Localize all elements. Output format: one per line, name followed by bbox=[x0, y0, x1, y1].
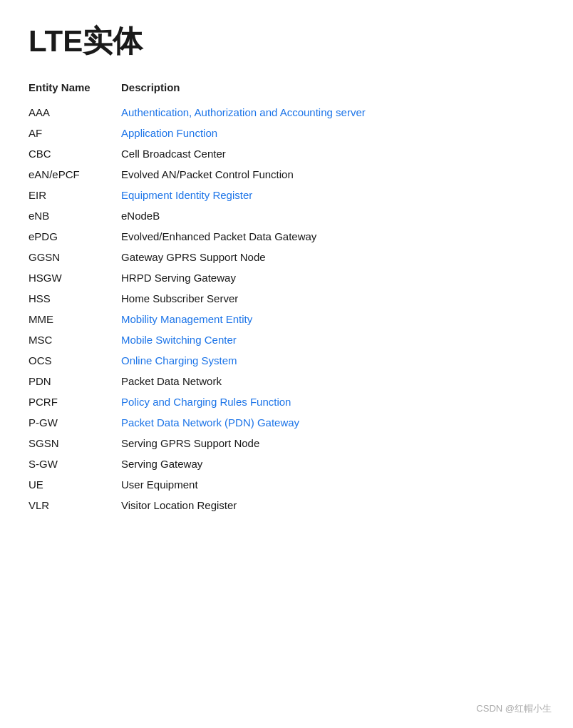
entity-name: AAA bbox=[29, 106, 121, 118]
entity-description: Authentication, Authorization and Accoun… bbox=[121, 106, 544, 118]
table-row: eAN/ePCFEvolved AN/Packet Control Functi… bbox=[29, 164, 544, 185]
entity-description: User Equipment bbox=[121, 478, 544, 491]
entity-description: Home Subscriber Server bbox=[121, 292, 544, 304]
entity-description: Mobile Switching Center bbox=[121, 334, 544, 346]
entity-description: Mobility Management Entity bbox=[121, 313, 544, 325]
entity-name: AF bbox=[29, 127, 121, 139]
table-row: OCSOnline Charging System bbox=[29, 350, 544, 371]
table-row: P-GWPacket Data Network (PDN) Gateway bbox=[29, 412, 544, 433]
table-row: ePDGEvolved/Enhanced Packet Data Gateway bbox=[29, 226, 544, 247]
table-header: Entity NameDescription bbox=[29, 76, 544, 99]
header-description: Description bbox=[121, 81, 544, 93]
table-row: VLRVisitor Location Register bbox=[29, 495, 544, 516]
entity-description: eNodeB bbox=[121, 210, 544, 222]
table-row: HSSHome Subscriber Server bbox=[29, 288, 544, 309]
entity-description: Application Function bbox=[121, 127, 544, 139]
entity-name: PCRF bbox=[29, 396, 121, 408]
table-row: S-GWServing Gateway bbox=[29, 453, 544, 474]
header-entity: Entity Name bbox=[29, 81, 121, 93]
entity-description: Serving Gateway bbox=[121, 458, 544, 470]
entity-name: HSS bbox=[29, 292, 121, 304]
entity-name: GGSN bbox=[29, 251, 121, 263]
entity-description: HRPD Serving Gateway bbox=[121, 272, 544, 284]
entity-description: Policy and Charging Rules Function bbox=[121, 396, 544, 408]
entity-name: P-GW bbox=[29, 416, 121, 429]
watermark: CSDN @红帽小生 bbox=[476, 702, 552, 715]
entity-description: Visitor Location Register bbox=[121, 499, 544, 511]
entity-description: Evolved AN/Packet Control Function bbox=[121, 168, 544, 180]
table-row: SGSNServing GPRS Support Node bbox=[29, 433, 544, 453]
entity-name: ePDG bbox=[29, 230, 121, 242]
entity-name: eNB bbox=[29, 210, 121, 222]
entity-name: MSC bbox=[29, 334, 121, 346]
entity-name: OCS bbox=[29, 354, 121, 366]
entity-name: HSGW bbox=[29, 272, 121, 284]
page-title: LTE实体 bbox=[29, 21, 544, 61]
entity-description: Equipment Identity Register bbox=[121, 189, 544, 201]
table-row: MMEMobility Management Entity bbox=[29, 309, 544, 329]
entity-name: EIR bbox=[29, 189, 121, 201]
entity-name: PDN bbox=[29, 375, 121, 387]
table-row: PCRFPolicy and Charging Rules Function bbox=[29, 391, 544, 412]
entity-description: Evolved/Enhanced Packet Data Gateway bbox=[121, 230, 544, 242]
entity-description: Gateway GPRS Support Node bbox=[121, 251, 544, 263]
entity-description: Cell Broadcast Center bbox=[121, 148, 544, 160]
table-row: UEUser Equipment bbox=[29, 474, 544, 495]
table-row: HSGWHRPD Serving Gateway bbox=[29, 267, 544, 288]
table-row: MSCMobile Switching Center bbox=[29, 329, 544, 350]
entity-name: VLR bbox=[29, 499, 121, 511]
table-row: AAAAuthentication, Authorization and Acc… bbox=[29, 102, 544, 123]
entity-name: MME bbox=[29, 313, 121, 325]
table-row: EIREquipment Identity Register bbox=[29, 185, 544, 205]
entity-name: eAN/ePCF bbox=[29, 168, 121, 180]
entity-description: Online Charging System bbox=[121, 354, 544, 366]
entity-name: CBC bbox=[29, 148, 121, 160]
entity-name: SGSN bbox=[29, 437, 121, 449]
table-row: GGSNGateway GPRS Support Node bbox=[29, 247, 544, 267]
table-row: CBCCell Broadcast Center bbox=[29, 143, 544, 164]
entity-table: AAAAuthentication, Authorization and Acc… bbox=[29, 102, 544, 516]
entity-name: S-GW bbox=[29, 458, 121, 470]
entity-description: Packet Data Network bbox=[121, 375, 544, 387]
entity-name: UE bbox=[29, 478, 121, 491]
entity-description: Packet Data Network (PDN) Gateway bbox=[121, 416, 544, 429]
table-row: eNBeNodeB bbox=[29, 205, 544, 226]
table-row: AFApplication Function bbox=[29, 123, 544, 143]
entity-description: Serving GPRS Support Node bbox=[121, 437, 544, 449]
table-row: PDNPacket Data Network bbox=[29, 371, 544, 391]
